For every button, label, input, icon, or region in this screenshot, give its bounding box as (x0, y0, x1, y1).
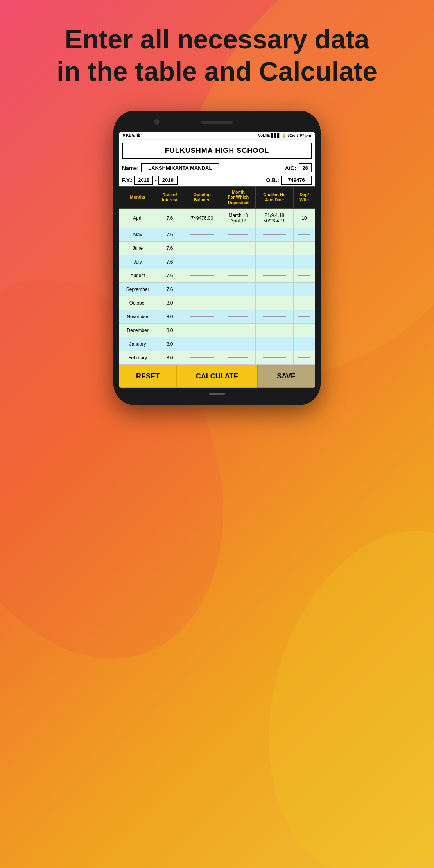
cell-month-deposited[interactable] (221, 323, 255, 337)
cell-challan[interactable]: 21/9.4.1850/26.4.18 (256, 208, 294, 228)
cell-month: November (119, 310, 156, 323)
cell-rate[interactable]: 8.0 (156, 296, 183, 310)
ac-value[interactable]: 26 (299, 163, 312, 172)
cell-rate[interactable]: 8.0 (156, 310, 183, 323)
network-type: VoLTE (258, 133, 270, 138)
cell-challan[interactable] (256, 269, 294, 282)
cell-dep-with[interactable] (294, 282, 315, 296)
cell-opening[interactable] (183, 269, 221, 282)
col-opening: OpeningBalance (183, 187, 221, 209)
cell-month-deposited[interactable] (221, 255, 255, 269)
phone-frame: 0 KB/s 🖼 VoLTE ▋▋▋ 🔋 52% 7:07 pm FULKUSH… (113, 111, 321, 405)
table-row: June7.6 (119, 241, 315, 255)
cell-rate[interactable]: 7.6 (156, 228, 183, 241)
header-line2: in the table and Calculate (57, 56, 377, 86)
table-row: December8.0 (119, 323, 315, 337)
cell-month-deposited[interactable]: March,18April,18 (221, 208, 255, 228)
cell-dep-with[interactable] (294, 241, 315, 255)
status-left: 0 KB/s 🖼 (123, 133, 140, 138)
cell-dep-with[interactable] (294, 337, 315, 351)
col-dep-with: Dep/With (294, 187, 315, 209)
cell-opening[interactable] (183, 323, 221, 337)
cell-opening[interactable] (183, 296, 221, 310)
cell-opening[interactable] (183, 337, 221, 351)
cell-rate[interactable]: 7.6 (156, 255, 183, 269)
signal-bars: ▋▋▋ (271, 133, 280, 138)
cell-rate[interactable]: 8.0 (156, 323, 183, 337)
cell-month-deposited[interactable] (221, 337, 255, 351)
reset-button[interactable]: RESET (119, 365, 177, 388)
cell-challan[interactable] (256, 296, 294, 310)
cell-dep-with[interactable] (294, 255, 315, 269)
cell-challan[interactable] (256, 282, 294, 296)
cell-opening[interactable] (183, 241, 221, 255)
cell-month: August (119, 269, 156, 282)
cell-challan[interactable] (256, 255, 294, 269)
col-months: Months (119, 187, 156, 209)
cell-opening[interactable] (183, 351, 221, 364)
svg-point-2 (232, 504, 434, 868)
cell-challan[interactable] (256, 337, 294, 351)
phone-speaker (201, 121, 233, 124)
cell-month: February (119, 351, 156, 364)
cell-rate[interactable]: 7.6 (156, 269, 183, 282)
cell-month-deposited[interactable] (221, 241, 255, 255)
time-display: 7:07 pm (296, 133, 311, 138)
cell-month: June (119, 241, 156, 255)
table-row: November8.0 (119, 310, 315, 323)
cell-opening[interactable] (183, 228, 221, 241)
cell-opening[interactable]: 749476.00 (183, 208, 221, 228)
cell-month: January (119, 337, 156, 351)
save-button[interactable]: SAVE (257, 365, 315, 388)
home-button[interactable] (209, 393, 225, 395)
header-text: Enter all necessary data in the table an… (0, 0, 434, 99)
cell-month-deposited[interactable] (221, 296, 255, 310)
cell-month: September (119, 282, 156, 296)
cell-opening[interactable] (183, 282, 221, 296)
cell-month: July (119, 255, 156, 269)
cell-rate[interactable]: 8.0 (156, 337, 183, 351)
cell-dep-with[interactable] (294, 310, 315, 323)
table-row: October8.0 (119, 296, 315, 310)
table-row: April7.6749476.00March,18April,1821/9.4.… (119, 208, 315, 228)
cell-dep-with[interactable] (294, 296, 315, 310)
battery-percent: 52% (287, 133, 295, 138)
calculate-button[interactable]: CALCULATE (177, 365, 257, 388)
cell-month-deposited[interactable] (221, 282, 255, 296)
cell-dep-with[interactable] (294, 323, 315, 337)
cell-month-deposited[interactable] (221, 228, 255, 241)
cell-month: October (119, 296, 156, 310)
fy-label: F.Y.: (122, 177, 133, 183)
cell-dep-with[interactable] (294, 351, 315, 364)
cell-challan[interactable] (256, 228, 294, 241)
name-value[interactable]: LAKSHMIKANTA MANDAL (141, 163, 219, 172)
ob-value[interactable]: 749476 (281, 176, 312, 185)
school-name-header: FULKUSHMA HIGH SCHOOL (122, 143, 312, 159)
cell-month-deposited[interactable] (221, 269, 255, 282)
cell-rate[interactable]: 8.0 (156, 351, 183, 364)
cell-rate[interactable]: 7.6 (156, 282, 183, 296)
cell-challan[interactable] (256, 310, 294, 323)
cell-dep-with[interactable] (294, 228, 315, 241)
cell-challan[interactable] (256, 351, 294, 364)
cell-month-deposited[interactable] (221, 310, 255, 323)
cell-opening[interactable] (183, 310, 221, 323)
name-label: Name: (122, 165, 139, 171)
fy-to[interactable]: 2019 (158, 176, 178, 185)
table-row: July7.6 (119, 255, 315, 269)
fy-separator: - (155, 177, 157, 183)
cell-dep-with[interactable]: 10 (294, 208, 315, 228)
fy-section: F.Y.: 2018 - 2019 (122, 176, 178, 185)
photo-icon: 🖼 (136, 133, 140, 138)
cell-dep-with[interactable] (294, 269, 315, 282)
cell-challan[interactable] (256, 241, 294, 255)
ob-section: O.B.: 749476 (266, 176, 312, 185)
phone-camera (154, 119, 160, 125)
cell-opening[interactable] (183, 255, 221, 269)
cell-challan[interactable] (256, 323, 294, 337)
cell-rate[interactable]: 7.6 (156, 241, 183, 255)
cell-rate[interactable]: 7.6 (156, 208, 183, 228)
cell-month-deposited[interactable] (221, 351, 255, 364)
fy-from[interactable]: 2018 (134, 176, 153, 185)
name-row: Name: LAKSHMIKANTA MANDAL A/C: 26 (119, 162, 315, 174)
